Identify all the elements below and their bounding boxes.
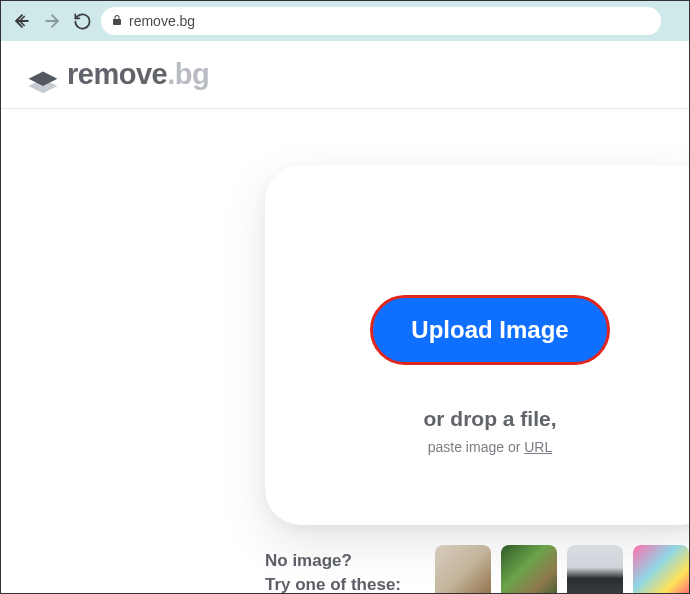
sample-thumb-1[interactable]: [435, 545, 491, 594]
sample-thumb-4[interactable]: [633, 545, 689, 594]
upload-image-button[interactable]: Upload Image: [370, 295, 609, 365]
arrow-left-icon: [12, 11, 32, 31]
logo-text-main: remove: [67, 58, 167, 90]
site-header: remove.bg: [1, 41, 689, 109]
browser-toolbar: remove.bg: [1, 1, 689, 41]
forward-nav-button[interactable]: [41, 10, 63, 32]
sample-prompt-line1: No image?: [265, 549, 415, 573]
sample-thumb-3[interactable]: [567, 545, 623, 594]
sample-thumbnails: [435, 545, 689, 594]
address-bar-url: remove.bg: [129, 13, 195, 29]
logo-text: remove.bg: [67, 58, 209, 91]
paste-url-link[interactable]: URL: [524, 439, 552, 455]
sample-prompt-line2: Try one of these:: [265, 573, 415, 594]
logo[interactable]: remove.bg: [25, 58, 209, 91]
sample-row: No image? Try one of these:: [265, 545, 689, 594]
reload-icon: [73, 12, 92, 31]
svg-marker-4: [29, 71, 58, 85]
paste-hint-prefix: paste image or: [428, 439, 525, 455]
lock-icon: [111, 14, 123, 29]
drop-file-label: or drop a file,: [423, 407, 556, 431]
logo-icon: [25, 59, 57, 91]
upload-card[interactable]: Upload Image or drop a file, paste image…: [265, 165, 690, 525]
sample-thumb-2[interactable]: [501, 545, 557, 594]
back-nav-button[interactable]: [11, 10, 33, 32]
page-content: Upload Image or drop a file, paste image…: [1, 109, 689, 593]
arrow-right-icon: [42, 11, 62, 31]
reload-button[interactable]: [71, 10, 93, 32]
paste-hint: paste image or URL: [428, 439, 553, 455]
address-bar[interactable]: remove.bg: [101, 7, 661, 35]
logo-text-suffix: .bg: [167, 58, 209, 90]
sample-prompt: No image? Try one of these:: [265, 549, 415, 594]
